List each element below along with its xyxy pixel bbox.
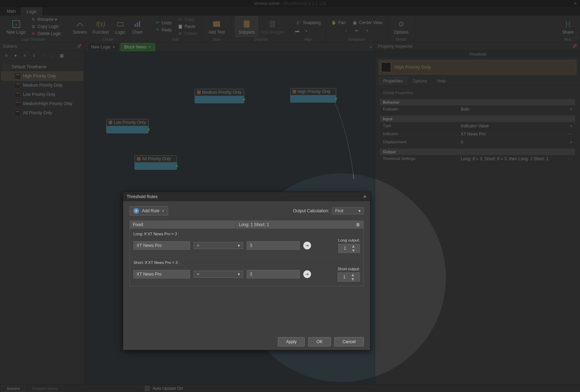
dialog-header[interactable]: Threshold Rules ✕ (123, 192, 370, 201)
share-button[interactable]: ⟩⟨Share (559, 16, 576, 37)
output-port[interactable] (334, 97, 337, 100)
copy-logic-button[interactable]: ⧉Copy Logic (29, 23, 63, 30)
options-button[interactable]: ⚙Options (391, 16, 411, 37)
dialog-close-icon[interactable]: ✕ (363, 194, 367, 199)
bottom-tab-solvers[interactable]: Solvers (1, 385, 25, 392)
zoom-out-icon[interactable]: − (343, 28, 349, 34)
tree-low-priority[interactable]: Low Priority Only (1, 90, 83, 99)
status-bar: Solvers Snippet Library Auto Update On (0, 384, 580, 392)
solvers-title: Solvers (3, 44, 17, 49)
add-text-button[interactable]: Add Text (206, 16, 228, 37)
redo-button[interactable]: ↷Redo (153, 27, 173, 33)
col-summary: Long: 1 Short: 1 (236, 221, 353, 229)
delete-rule-icon[interactable]: 🗑 (353, 221, 363, 229)
move-down-icon[interactable]: ↓ (49, 52, 56, 59)
short-operator-select[interactable]: =▾ (194, 271, 243, 278)
output-calculation-select[interactable]: First▾ (332, 207, 364, 214)
prop-type[interactable]: TypeIndicator Value▾ (380, 122, 575, 130)
node-high-priority[interactable]: High Priority Only (290, 88, 336, 103)
center-view-button[interactable]: ▣Center View (351, 19, 384, 26)
inspector-type: Threshold (375, 51, 580, 58)
function-button[interactable]: f(x)Function (90, 16, 112, 37)
tab-new-logic[interactable]: New Logic✕ (87, 43, 120, 51)
tab-block-news[interactable]: Block News✕ (120, 43, 155, 51)
apply-button[interactable]: Apply (278, 337, 305, 346)
snapping-toggle[interactable]: ◧Snapping (294, 19, 322, 26)
inspector-name-bar: High Priority Only (379, 60, 576, 75)
long-operator-select[interactable]: =▾ (194, 242, 243, 249)
long-arrow-icon[interactable]: ➔ (303, 242, 311, 249)
panel-pin-icon[interactable]: 📌 (572, 44, 577, 49)
prop-displacement[interactable]: Displacement0▾ (380, 138, 575, 146)
import-icon[interactable]: ⇩ (30, 52, 38, 59)
tab-dropdown-icon[interactable]: ▾ (370, 45, 372, 50)
timeframe-icon (3, 64, 10, 70)
plus-icon: + (133, 208, 139, 214)
align-center-icon[interactable]: ▪ (304, 28, 309, 34)
tree-high-priority[interactable]: High Priority Only (1, 71, 83, 81)
threshold-icon (381, 62, 391, 72)
grid-icon[interactable]: ▦ (58, 52, 65, 59)
long-output-spinner[interactable]: ▲▼ (338, 244, 360, 253)
add-item-icon[interactable]: ⊕ (3, 52, 10, 59)
align-left-icon[interactable]: ▬ (294, 28, 300, 34)
tab-options[interactable]: Options (408, 77, 432, 85)
window-close-icon[interactable]: ✕ (574, 1, 577, 6)
prop-threshold-settings[interactable]: Threshold SettingsLong: If = 3, Short: I… (380, 155, 575, 163)
node-medium-priority[interactable]: Medium Priority Only (195, 89, 244, 103)
prop-evaluate[interactable]: EvaluateBoth▾ (380, 105, 575, 114)
short-arrow-icon[interactable]: ➔ (303, 270, 311, 278)
close-icon[interactable]: ✕ (112, 45, 116, 50)
logic-button[interactable]: Logic (112, 16, 129, 37)
delete-button[interactable]: ✖Delete (176, 30, 198, 37)
tree-medium-high-priority[interactable]: Medium/High Priority Only (1, 99, 83, 108)
tree-all-priority[interactable]: All Priority Only (1, 108, 83, 117)
undo-button[interactable]: ↶Undo (153, 20, 173, 26)
solvers-panel: Solvers📌 ⊕ ▾ ✖ ⇩ ↑ ↓ ▦ Default Timeframe… (0, 42, 85, 384)
add-rule-button[interactable]: + Add Rule ▾ (130, 206, 168, 215)
ok-button[interactable]: OK (308, 337, 331, 346)
panel-pin-icon[interactable]: 📌 (76, 44, 82, 49)
prop-indicator[interactable]: IndicatorXT News Pro⋯ (380, 130, 575, 138)
tab-help[interactable]: Help (432, 77, 450, 85)
output-port[interactable] (147, 128, 150, 131)
tab-properties[interactable]: Properties (379, 77, 407, 85)
app-suffix: - BloodHound 8.2.1.116 (280, 1, 326, 6)
node-all-priority[interactable]: All Priority Only (134, 155, 177, 170)
tree-medium-priority[interactable]: Medium Priority Only (1, 81, 83, 90)
remove-item-icon[interactable]: ✖ (21, 52, 28, 59)
rename-button[interactable]: ✎Rename ▾ (29, 16, 63, 23)
threshold-icon (15, 110, 21, 116)
cancel-button[interactable]: Cancel (334, 337, 364, 346)
menu-main[interactable]: Main (1, 7, 21, 16)
output-port[interactable] (175, 165, 178, 167)
close-icon[interactable]: ✕ (148, 45, 151, 50)
zoom-in-icon[interactable]: + (364, 28, 370, 34)
threshold-icon (15, 91, 21, 98)
auto-update-checkbox[interactable] (145, 386, 150, 391)
paste-button[interactable]: 📋Paste (176, 23, 198, 30)
ribbon-collapse-icon[interactable]: ⌃ (574, 36, 578, 41)
short-output-spinner[interactable]: ▲▼ (338, 272, 360, 282)
output-port[interactable] (242, 98, 245, 101)
menu-logic[interactable]: Logic (21, 7, 42, 16)
pan-button[interactable]: ✋Pan (329, 19, 347, 26)
copy-button[interactable]: ⧉Copy (176, 16, 198, 23)
snippets-button[interactable]: Snippets (235, 16, 258, 37)
short-value-input[interactable] (247, 270, 300, 278)
threshold-rules-dialog: Threshold Rules ✕ + Add Rule ▾ Output Ca… (123, 192, 371, 350)
solvers-button[interactable]: Solvers (70, 16, 90, 37)
chart-button[interactable]: Chart (129, 16, 146, 37)
dropdown-icon[interactable]: ▾ (12, 52, 19, 59)
ribbon: +New Logic ✎Rename ▾ ⧉Copy Logic ✖Delete… (0, 16, 580, 42)
node-low-priority[interactable]: Low Priority Only (106, 119, 149, 133)
long-value-input[interactable] (247, 241, 300, 250)
bottom-tab-snippet-library[interactable]: Snippet Library (27, 385, 63, 392)
delete-logic-button[interactable]: ✖Delete Logic (29, 30, 63, 37)
svg-rect-2 (117, 23, 123, 26)
new-logic-button[interactable]: +New Logic (4, 16, 29, 37)
col-fixed: Fixed (130, 221, 236, 229)
zoom-slider-icon[interactable]: ━ (354, 28, 360, 34)
move-up-icon[interactable]: ↑ (40, 52, 47, 59)
tree-default-timeframe[interactable]: Default Timeframe (1, 62, 83, 71)
